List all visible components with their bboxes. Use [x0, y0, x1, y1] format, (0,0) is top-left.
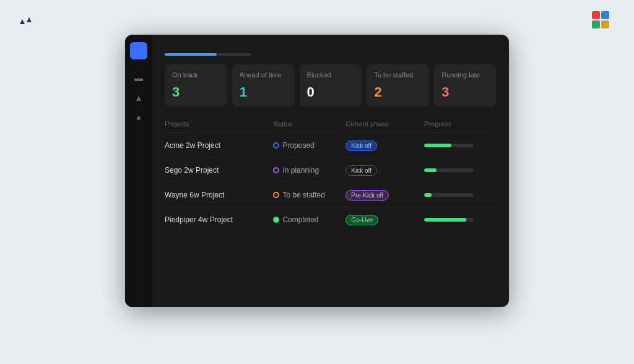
stat-card-on-track: On track 3 [165, 64, 227, 106]
stat-label-blocked: Blocked [307, 71, 355, 79]
sidebar: ▬ ▲ ● [125, 35, 152, 307]
stat-label-on-track: On track [172, 71, 220, 79]
svg-rect-1 [601, 11, 609, 19]
sidebar-item-2[interactable]: ● [129, 109, 148, 126]
stat-value-ahead-of-time: 1 [240, 84, 287, 100]
progress-fill-0 [424, 144, 451, 147]
app-window: ▬ ▲ ● On track 3 Ahead of time 1 Blocked… [125, 35, 509, 307]
sidebar-item-0[interactable]: ▬ [129, 69, 148, 87]
cell-progress-2 [424, 193, 497, 197]
sidebar-logo [130, 42, 147, 59]
stat-label-running-late: Running late [441, 71, 489, 79]
progress-fill-3 [424, 218, 466, 222]
cell-phase-3: Go-Live [345, 214, 424, 225]
cell-project-0: Acme 2w Project [165, 141, 273, 150]
stat-card-blocked: Blocked 0 [300, 64, 362, 106]
stat-cards: On track 3 Ahead of time 1 Blocked 0 To … [165, 64, 497, 106]
phase-badge-3: Go-Live [345, 215, 378, 225]
stat-value-running-late: 3 [441, 84, 489, 100]
projects-table: ProjectsStatusCurrent phaseProgress Acme… [165, 118, 497, 232]
stat-value-to-be-staffed: 2 [374, 84, 422, 100]
projetly-icon [592, 11, 609, 28]
cell-phase-1: Kick off [345, 164, 424, 176]
stat-label-to-be-staffed: To be staffed [374, 71, 422, 79]
progress-track-1 [424, 168, 474, 172]
stat-card-to-be-staffed: To be staffed 2 [367, 64, 429, 106]
status-text-0: Proposed [282, 141, 314, 150]
progress-track-0 [424, 144, 474, 147]
cell-project-1: Sego 2w Project [165, 166, 273, 175]
cell-project-2: Wayne 6w Project [165, 191, 273, 199]
status-text-2: To be staffed [282, 191, 325, 199]
status-text-3: Completed [282, 215, 318, 224]
rocketlane-icon [20, 17, 32, 22]
status-text-1: In planning [282, 166, 319, 175]
progress-track-3 [424, 218, 474, 222]
table-row: Sego 2w Project In planning Kick off [165, 158, 497, 183]
cell-status-0: Proposed [273, 141, 345, 150]
top-progress-fill [165, 53, 217, 56]
table-row: Piedpiper 4w Project Completed Go-Live [165, 207, 497, 232]
svg-rect-3 [601, 20, 609, 28]
cell-status-3: Completed [273, 215, 345, 224]
phase-badge-0: Kick off [345, 141, 377, 151]
status-dot-3 [273, 217, 279, 223]
cell-progress-3 [424, 218, 497, 222]
stat-label-ahead-of-time: Ahead of time [240, 71, 287, 79]
cell-phase-0: Kick off [345, 139, 424, 151]
stat-value-on-track: 3 [172, 84, 220, 100]
stat-card-ahead-of-time: Ahead of time 1 [232, 64, 295, 106]
table-row: Acme 2w Project Proposed Kick off [165, 133, 497, 158]
table-header-3: Progress [424, 120, 497, 128]
phase-badge-2: Pre-Kick off [345, 190, 389, 201]
status-dot-1 [273, 167, 279, 173]
svg-rect-2 [592, 20, 600, 28]
table-header-2: Current phase [345, 120, 424, 128]
projetly-logo [592, 11, 614, 28]
table-header: ProjectsStatusCurrent phaseProgress [165, 118, 497, 133]
table-row: Wayne 6w Project To be staffed Pre-Kick … [165, 183, 497, 207]
rocketlane-logo [20, 17, 37, 22]
cell-project-3: Piedpiper 4w Project [165, 215, 273, 224]
table-header-0: Projects [165, 120, 273, 128]
cell-phase-2: Pre-Kick off [345, 189, 424, 201]
cell-status-2: To be staffed [273, 191, 345, 199]
table-header-1: Status [273, 120, 345, 128]
stat-card-running-late: Running late 3 [434, 64, 497, 106]
status-dot-0 [273, 142, 279, 149]
svg-rect-0 [592, 11, 600, 19]
cell-progress-1 [424, 168, 497, 172]
top-progress-bar [165, 53, 251, 56]
top-bar [0, 0, 634, 35]
cell-status-1: In planning [273, 166, 345, 175]
progress-track-2 [424, 193, 474, 197]
stat-value-blocked: 0 [307, 84, 355, 100]
progress-fill-2 [424, 193, 432, 197]
sidebar-circle-icon: ● [136, 113, 141, 123]
main-content: ▬ ▲ ● On track 3 Ahead of time 1 Blocked… [0, 35, 634, 307]
status-dot-2 [273, 192, 279, 198]
sidebar-item-1[interactable]: ▲ [129, 89, 148, 106]
sidebar-triangle-icon: ▲ [134, 93, 143, 103]
sidebar-grid-icon: ▬ [134, 73, 143, 83]
table-body: Acme 2w Project Proposed Kick off Sego 2… [165, 133, 497, 232]
phase-badge-1: Kick off [345, 165, 377, 176]
cell-progress-0 [424, 144, 497, 147]
progress-fill-1 [424, 168, 436, 172]
main-panel: On track 3 Ahead of time 1 Blocked 0 To … [152, 35, 509, 307]
